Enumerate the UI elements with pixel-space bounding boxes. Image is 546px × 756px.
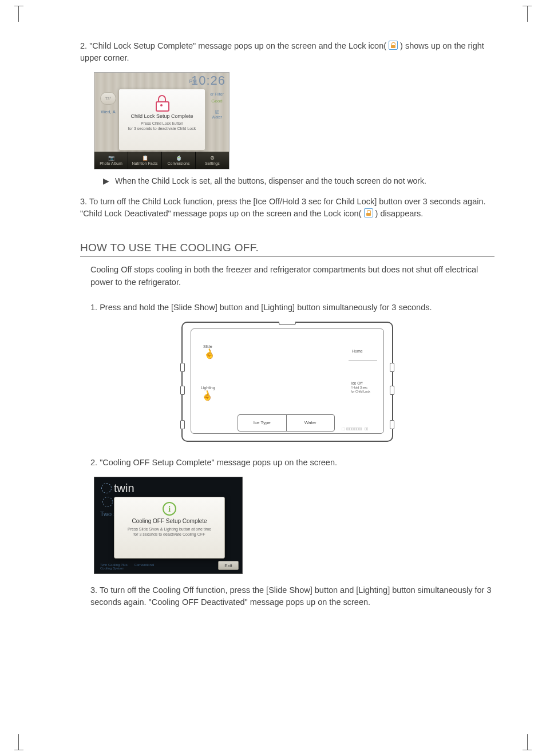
cooling-step-2: 2. "Cooling OFF Setup Complete" message … [90, 457, 494, 469]
step-text: ) disappears. [375, 209, 424, 218]
bottom-labels: Twin Cooling Plus Conventional Cooling S… [100, 563, 154, 570]
left-widgets: 73° Wed, A [97, 92, 119, 114]
popup-subtitle: Press Child Lock button for 3 seconds to… [119, 121, 205, 131]
panel-slot [390, 420, 394, 429]
cooling-step-1: 1. Press and hold the [Slide Show] butto… [90, 302, 494, 314]
slide-show-button: Slide ☝ [202, 343, 223, 357]
water-icon: ⎚ [207, 108, 227, 115]
water-label: Water [207, 115, 227, 119]
section-heading: HOW TO USE THE COOLING OFF. [80, 242, 494, 257]
temp-badge: 73° [100, 92, 116, 105]
panel-slot [390, 363, 394, 372]
camera-icon: 📷 [108, 156, 114, 161]
cooling-off-popup: i Cooling OFF Setup Complete Press Slide… [114, 497, 225, 559]
step-number: 1. [90, 303, 97, 312]
time-ampm: PM [189, 78, 197, 84]
swirl-icon [101, 483, 112, 493]
cup-icon: 🍵 [176, 156, 182, 161]
manual-page: 2. "Child Lock Setup Complete" message p… [0, 0, 546, 651]
step-text: To turn off the Child Lock function, pre… [80, 197, 486, 218]
filter-status: Good [207, 98, 227, 104]
step-number: 2. [80, 41, 87, 50]
info-icon: i [163, 502, 176, 516]
ice-off-button: Ice Off / Hold 3 sec for Child Lock [350, 380, 375, 396]
lock-icon [155, 95, 169, 110]
step-2: 2. "Child Lock Setup Complete" message p… [80, 40, 494, 64]
screenshot-cooling-off: twin Two sep i Cooling OFF Setup Complet… [94, 477, 243, 574]
panel-diagram-wrap: Slide ☝ Lighting ☝ Home Ice Off / Hold 3… [80, 322, 494, 442]
section-intro: Cooling Off stops cooling in both the fr… [90, 264, 494, 289]
model-label: ⬚ ▯▯▯▯▯▯▯▯▯ ▯▯ [342, 426, 368, 430]
dispenser-buttons: Ice Type Water [238, 414, 335, 432]
lock-icon [364, 208, 373, 217]
step-text: To turn off the Cooling Off function, pr… [90, 585, 491, 607]
tab-photo-album: 📷Photo Album [94, 152, 128, 169]
swirl-icon [102, 497, 113, 507]
panel-slot [180, 420, 185, 429]
panel-slot [180, 363, 185, 372]
panel-slot [390, 386, 394, 395]
step-text: "Child Lock Setup Complete" message pops… [89, 41, 389, 50]
step-text: Press and hold the [Slide Show] button a… [100, 303, 432, 312]
screen-body: 73° Wed, A er Filter Good ⎚ Water Child … [94, 89, 229, 152]
bottom-tabs: 📷Photo Album 📋Nutrition Facts 🍵Conversio… [94, 152, 229, 169]
child-lock-popup: Child Lock Setup Complete Press Child Lo… [118, 89, 205, 151]
date-label: Wed, A [97, 109, 119, 114]
cooling-step-3: 3. To turn off the Cooling Off function,… [90, 584, 494, 608]
step-number: 3. [80, 197, 87, 206]
step-number: 3. [90, 585, 97, 595]
ice-type-button: Ice Type [238, 415, 287, 431]
popup-subtitle: Press Slide Show & Lighting button at on… [114, 527, 224, 537]
note-text: When the Child Lock is set, all the butt… [115, 176, 426, 185]
popup-title: Cooling OFF Setup Complete [114, 518, 224, 524]
twin-logo: twin [101, 482, 134, 495]
filter-label: er Filter [207, 92, 227, 96]
panel-notch [279, 322, 296, 325]
panel-slot [180, 386, 185, 395]
tab-conversions: 🍵Conversions [162, 152, 196, 169]
triangle-icon: ▶ [103, 176, 109, 185]
panel-diagram: Slide ☝ Lighting ☝ Home Ice Off / Hold 3… [181, 322, 393, 442]
step-text: "Cooling OFF Setup Complete" message pop… [100, 458, 337, 467]
step-number: 2. [90, 458, 97, 467]
water-button: Water [287, 415, 335, 431]
screenshot-child-lock: PM 10:26 73° Wed, A er Filter Good ⎚ Wat… [94, 72, 230, 169]
note-row: ▶ When the Child Lock is set, all the bu… [103, 176, 494, 185]
right-widgets: er Filter Good ⎚ Water [207, 92, 227, 119]
home-button: Home [351, 347, 374, 355]
lighting-button: Lighting ☝ [200, 385, 224, 398]
list-icon: 📋 [142, 156, 148, 161]
gear-icon: ⚙ [210, 156, 215, 161]
divider [349, 361, 377, 361]
exit-button: Exit [218, 561, 239, 570]
tab-nutrition: 📋Nutrition Facts [128, 152, 162, 169]
step-3: 3. To turn off the Child Lock function, … [80, 196, 494, 220]
popup-title: Child Lock Setup Complete [119, 113, 205, 119]
tab-settings: ⚙Settings [196, 152, 229, 169]
lock-icon [389, 41, 398, 50]
status-bar: PM 10:26 [94, 73, 229, 89]
